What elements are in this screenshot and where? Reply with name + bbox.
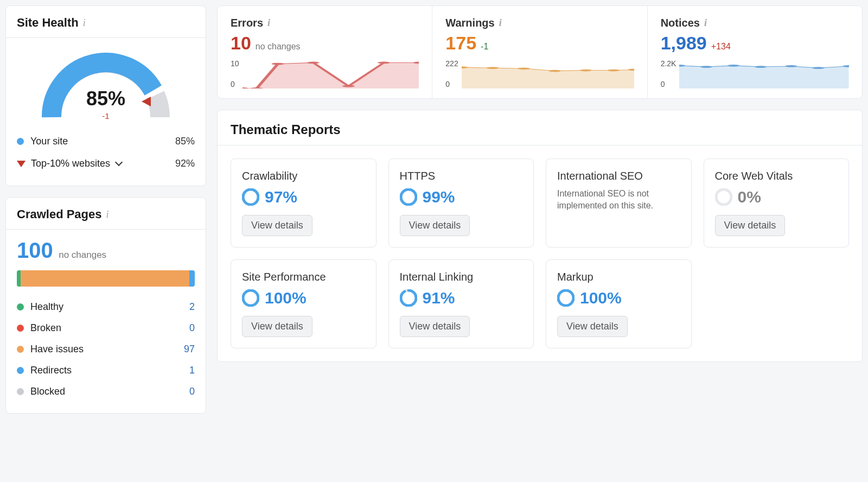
sparkline-chart: [679, 59, 849, 88]
info-icon[interactable]: i: [704, 17, 707, 29]
crawled-pages-title: Crawled Pages: [17, 207, 102, 221]
svg-point-9: [487, 67, 499, 69]
crawled-progress-bar: [17, 270, 195, 287]
svg-point-17: [728, 65, 740, 67]
svg-point-25: [401, 189, 416, 205]
spark-tick-bot: 0: [661, 80, 676, 88]
donut-icon: [242, 188, 259, 206]
chevron-down-icon[interactable]: [115, 158, 123, 166]
spark-tick-bot: 0: [445, 80, 458, 88]
legend-value: 0: [189, 322, 195, 334]
legend-value: 97: [184, 344, 195, 355]
view-details-button[interactable]: View details: [400, 215, 470, 236]
crawled-count: 100: [17, 238, 53, 263]
view-details-button[interactable]: View details: [242, 316, 312, 337]
thematic-percent: 100%: [580, 289, 622, 307]
sparkline-chart: [462, 59, 634, 88]
thematic-card-title: Core Web Vitals: [715, 170, 838, 182]
thematic-percent: 97%: [265, 188, 297, 206]
stat-count: 175: [445, 33, 476, 54]
legend-row[interactable]: Redirects1: [17, 360, 195, 381]
thematic-card-title: International SEO: [557, 170, 680, 182]
view-details-button[interactable]: View details: [400, 316, 470, 337]
legend-label: Redirects: [30, 365, 189, 376]
svg-point-16: [701, 66, 713, 68]
svg-point-26: [716, 189, 731, 205]
thematic-card: Crawlability 97% View details: [231, 158, 376, 248]
dot-icon: [17, 367, 24, 374]
gauge-delta: -1: [17, 111, 195, 120]
stat-title: Warnings: [445, 17, 494, 29]
svg-point-4: [307, 62, 319, 64]
legend-value: 92%: [175, 158, 195, 169]
stat-change: -1: [481, 42, 488, 52]
spark-tick-top: 2.2K: [661, 59, 676, 68]
crawled-note: no changes: [59, 250, 106, 260]
svg-point-33: [558, 290, 573, 306]
legend-value: 2: [189, 301, 195, 313]
info-icon[interactable]: i: [499, 17, 502, 29]
stat-column-warnings: Warningsi 175 -1 2220: [432, 6, 647, 98]
svg-point-6: [378, 62, 390, 64]
dot-icon: [17, 325, 24, 332]
legend-row[interactable]: Blocked0: [17, 381, 195, 402]
thematic-title: Thematic Reports: [218, 110, 862, 145]
legend-row: Your site 85%: [17, 130, 195, 153]
stat-change: no changes: [256, 42, 301, 52]
legend-row[interactable]: Top-10% websites 92%: [17, 153, 195, 175]
legend-label: Healthy: [30, 301, 189, 313]
stats-card: Errorsi 10 no changes 100 Warningsi 175 …: [217, 5, 863, 99]
thematic-card-title: Internal Linking: [400, 271, 523, 283]
thematic-reports-card: Thematic Reports Crawlability 97% View d…: [217, 110, 863, 362]
progress-segment: [189, 270, 195, 287]
legend-label: Top-10% websites: [31, 158, 175, 169]
gauge-percent: 85%: [17, 87, 195, 110]
thematic-card: Markup 100% View details: [546, 259, 692, 348]
legend-row[interactable]: Broken0: [17, 318, 195, 339]
thematic-percent: 99%: [423, 188, 455, 206]
thematic-card: International SEOInternational SEO is no…: [546, 158, 692, 248]
info-icon[interactable]: i: [106, 209, 109, 220]
info-icon[interactable]: i: [267, 17, 270, 29]
dot-icon: [17, 138, 24, 145]
stat-title: Notices: [661, 17, 700, 29]
svg-point-3: [271, 63, 284, 65]
thematic-card-title: HTTPS: [400, 170, 523, 182]
site-health-card: Site Health i 85%: [5, 5, 206, 186]
thematic-card-title: Crawlability: [242, 170, 365, 182]
legend-row[interactable]: Healthy2: [17, 296, 195, 318]
view-details-button[interactable]: View details: [242, 215, 312, 236]
thematic-message: International SEO is not implemented on …: [557, 188, 680, 212]
thematic-card-title: Site Performance: [242, 271, 365, 283]
svg-point-13: [607, 69, 619, 72]
svg-point-11: [548, 70, 560, 72]
thematic-card: Site Performance 100% View details: [231, 259, 376, 348]
svg-point-1: [242, 87, 248, 88]
spark-tick-top: 222: [445, 59, 458, 68]
info-icon[interactable]: i: [83, 17, 86, 29]
view-details-button[interactable]: View details: [557, 316, 628, 337]
stat-change: +134: [711, 42, 731, 52]
view-details-button[interactable]: View details: [715, 215, 786, 236]
spark-tick-bot: 0: [231, 80, 239, 88]
legend-value: 1: [189, 365, 195, 376]
triangle-down-icon: [17, 161, 25, 167]
dot-icon: [17, 388, 24, 395]
svg-point-18: [755, 66, 767, 68]
thematic-card: Internal Linking 91% View details: [388, 259, 534, 348]
thematic-percent: 0%: [738, 188, 761, 206]
legend-value: 85%: [175, 136, 195, 147]
donut-icon: [715, 188, 732, 206]
stat-column-errors: Errorsi 10 no changes 100: [218, 6, 432, 98]
crawled-pages-card: Crawled Pages i 100 no changes Healthy2B…: [5, 197, 206, 414]
svg-point-20: [813, 67, 825, 69]
thematic-percent: 100%: [265, 289, 307, 307]
dot-icon: [17, 346, 24, 353]
svg-point-10: [518, 67, 529, 69]
svg-point-23: [243, 189, 258, 205]
donut-icon: [557, 289, 575, 307]
legend-value: 0: [189, 386, 195, 397]
legend-row[interactable]: Have issues97: [17, 339, 195, 360]
svg-point-31: [401, 290, 416, 306]
site-health-title: Site Health: [17, 16, 79, 30]
